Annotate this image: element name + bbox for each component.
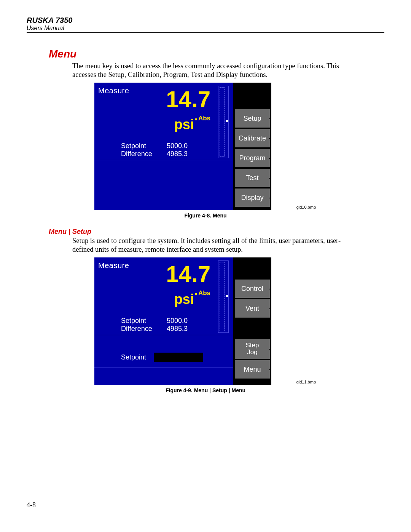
setpoint-input[interactable] — [154, 353, 203, 362]
softkey-spacer — [235, 259, 271, 278]
setup-description: Setup is used to configure the system. I… — [72, 236, 358, 254]
pressure-reading: 14.7 — [166, 263, 210, 286]
divider — [94, 335, 233, 335]
reading-values: 5000.0 4985.3 — [167, 142, 188, 158]
softkey-spacer — [235, 319, 271, 337]
display-area: Measure 14.7 psiAbs Setpoint Difference … — [94, 257, 233, 385]
figure-caption-2: Figure 4-9. Menu | Setup | Menu — [27, 387, 384, 393]
unit-mode: Abs — [198, 115, 210, 121]
softkey-step-jog[interactable]: Step Jog — [235, 339, 271, 359]
value-difference: 4985.3 — [167, 150, 188, 158]
unit-main: psi — [174, 292, 194, 306]
bargraph-gauge — [218, 260, 229, 333]
menu-description: The menu key is used to access the less … — [72, 62, 358, 79]
softkey-display[interactable]: Display — [235, 189, 271, 207]
label-difference: Difference — [121, 150, 152, 158]
softkey-menu[interactable]: Menu — [235, 360, 271, 379]
value-setpoint: 5000.0 — [167, 317, 188, 325]
page-number: 4-8 — [27, 501, 36, 509]
reading-labels: Setpoint Difference — [121, 142, 152, 158]
softkey-calibrate[interactable]: Calibrate — [235, 129, 271, 147]
unit-separator-icon — [195, 293, 197, 295]
value-setpoint: 5000.0 — [167, 142, 188, 150]
softkey-test[interactable]: Test — [235, 169, 271, 187]
mode-label: Measure — [98, 261, 129, 270]
unit-block: psiAbs — [174, 292, 210, 306]
softkey-control[interactable]: Control — [235, 280, 271, 298]
pressure-reading: 14.7 — [166, 88, 210, 111]
figure-setup: Measure 14.7 psiAbs Setpoint Difference … — [27, 257, 384, 393]
softkey-spacer — [235, 84, 271, 108]
unit-block: psiAbs — [174, 118, 210, 131]
softkey-column: Control Vent Step Jog Menu — [233, 257, 271, 385]
gauge-marker-icon — [226, 295, 228, 297]
figure-caption-1: Figure 4-8. Menu — [27, 212, 384, 219]
unit-mode: Abs — [198, 290, 210, 296]
setpoint-entry-label: Setpoint — [121, 353, 146, 361]
setpoint-entry-row: Setpoint — [121, 353, 203, 362]
figure-menu: Measure 14.7 psiAbs Setpoint Difference … — [27, 83, 384, 219]
softkey-column: Setup Calibrate Program Test Display — [233, 83, 271, 210]
label-setpoint: Setpoint — [121, 317, 152, 325]
softkey-jog-label: Jog — [247, 349, 257, 356]
softkey-step-label: Step — [246, 342, 259, 349]
softkey-vent[interactable]: Vent — [235, 299, 271, 318]
section-heading-menu: Menu — [49, 48, 384, 60]
reading-values: 5000.0 4985.3 — [167, 317, 188, 333]
divider — [94, 160, 233, 160]
unit-separator-icon — [195, 118, 197, 120]
value-difference: 4985.3 — [167, 325, 188, 333]
gauge-marker-icon — [226, 120, 228, 122]
bargraph-gauge — [218, 86, 229, 158]
unit-main: psi — [174, 118, 194, 131]
display-area: Measure 14.7 psiAbs Setpoint Difference … — [94, 83, 233, 210]
softkey-program[interactable]: Program — [235, 149, 271, 167]
page-header: RUSKA 7350 Users Manual — [27, 16, 384, 33]
reading-labels: Setpoint Difference — [121, 317, 152, 333]
doc-type: Users Manual — [27, 25, 384, 32]
device-screen-2: Measure 14.7 psiAbs Setpoint Difference … — [94, 257, 271, 385]
label-difference: Difference — [121, 325, 152, 333]
subsection-heading-setup: Menu | Setup — [49, 228, 384, 236]
label-setpoint: Setpoint — [121, 142, 152, 150]
mode-label: Measure — [98, 86, 129, 95]
softkey-setup[interactable]: Setup — [235, 109, 271, 128]
divider — [94, 367, 233, 367]
device-screen-1: Measure 14.7 psiAbs Setpoint Difference … — [94, 83, 271, 210]
product-name: RUSKA 7350 — [27, 16, 384, 25]
